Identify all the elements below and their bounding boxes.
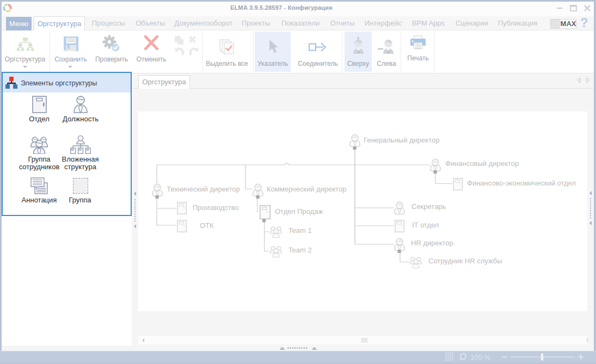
svg-text:Отдел Продаж: Отдел Продаж xyxy=(275,207,323,215)
svg-text:Team 1: Team 1 xyxy=(288,226,312,235)
svg-text:Финансовый директор: Финансовый директор xyxy=(445,159,519,168)
svg-text:Секретарь: Секретарь xyxy=(411,202,446,211)
svg-text:Финансово-экономический отдел: Финансово-экономический отдел xyxy=(467,179,576,187)
svg-text:HR директор: HR директор xyxy=(411,239,453,247)
svg-text:Сотрудник HR службы: Сотрудник HR службы xyxy=(428,257,502,265)
svg-text:IT отдел: IT отдел xyxy=(412,221,439,229)
svg-text:Производство: Производство xyxy=(193,203,239,212)
svg-text:ОТК: ОТК xyxy=(200,221,214,230)
svg-text:Team 2: Team 2 xyxy=(288,246,312,254)
svg-text:Коммерческий директор: Коммерческий директор xyxy=(267,185,347,193)
svg-text:Технический директор: Технический директор xyxy=(167,185,240,193)
svg-text:Генеральный директор: Генеральный директор xyxy=(364,136,439,144)
